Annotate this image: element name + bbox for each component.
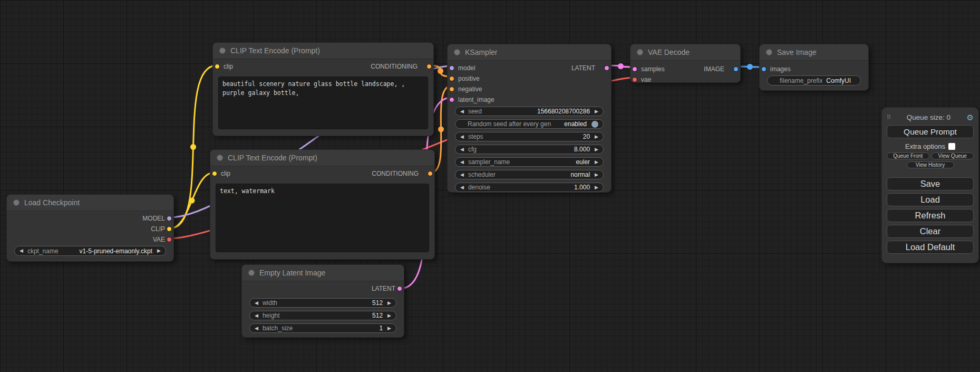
latent-port[interactable] [632, 66, 637, 72]
input-positive: positive [448, 73, 611, 84]
stepper-left-icon[interactable]: ◀ [460, 185, 464, 190]
model-port[interactable] [167, 216, 172, 221]
collapse-dot-icon[interactable] [217, 155, 223, 161]
node-load-checkpoint[interactable]: Load Checkpoint MODEL CLIP VAE ◀ ckpt_na… [6, 194, 174, 262]
port-label: CONDITIONING [372, 170, 419, 177]
conditioning-port[interactable] [428, 171, 433, 176]
port-label: vae [641, 76, 651, 83]
widget-steps[interactable]: ◀ steps 20 ▶ [455, 132, 604, 141]
save-button[interactable]: Save [887, 177, 974, 190]
stepper-right-icon[interactable]: ▶ [595, 147, 598, 152]
stepper-left-icon[interactable]: ◀ [255, 326, 258, 331]
widget-scheduler[interactable]: ◀ scheduler normal ▶ [455, 170, 604, 179]
node-title-bar[interactable]: Empty Latent Image [242, 265, 404, 281]
toggle-icon[interactable] [591, 121, 598, 128]
port-label: samples [641, 65, 665, 73]
model-port[interactable] [449, 65, 454, 71]
input-clip: clip CONDITIONING [213, 61, 433, 72]
image-port[interactable] [733, 66, 739, 72]
stepper-right-icon[interactable]: ▶ [157, 249, 161, 253]
widget-denoise[interactable]: ◀ denoise 1.000 ▶ [455, 183, 604, 192]
widget-batch-size[interactable]: ◀ batch_size 1 ▶ [249, 323, 396, 333]
stepper-left-icon[interactable]: ◀ [460, 147, 464, 152]
port-label: LATENT [372, 285, 395, 292]
node-save-image[interactable]: Save Image images filename_prefix ComfyU… [759, 44, 869, 91]
collapse-dot-icon[interactable] [219, 47, 226, 54]
image-port[interactable] [761, 66, 766, 72]
stepper-right-icon[interactable]: ▶ [387, 301, 391, 306]
latent-port[interactable] [397, 286, 402, 291]
widget-ckpt-name[interactable]: ◀ ckpt_name v1-5-pruned-emaonly.ckpt ▶ [14, 246, 166, 256]
widget-width[interactable]: ◀ width 512 ▶ [249, 298, 396, 308]
vae-port[interactable] [167, 237, 172, 242]
vae-port[interactable] [632, 77, 637, 82]
prompt-textarea[interactable]: beautiful scenery nature glass bottle la… [218, 77, 428, 129]
stepper-left-icon[interactable]: ◀ [460, 173, 464, 177]
node-clip-text-encode-positive[interactable]: CLIP Text Encode (Prompt) clip CONDITION… [212, 42, 434, 136]
node-title-bar[interactable]: CLIP Text Encode (Prompt) [213, 43, 433, 59]
conditioning-port[interactable] [449, 87, 454, 92]
widget-label: Random seed after every gen [468, 120, 564, 128]
collapse-dot-icon[interactable] [13, 199, 20, 206]
stepper-right-icon[interactable]: ▶ [595, 185, 598, 190]
clip-port[interactable] [212, 171, 217, 176]
latent-port[interactable] [604, 65, 609, 71]
widget-random-seed-toggle[interactable]: Random seed after every gen enabled [455, 119, 604, 129]
node-title-bar[interactable]: Save Image [760, 44, 868, 61]
stepper-left-icon[interactable]: ◀ [460, 109, 464, 114]
latent-port[interactable] [449, 97, 454, 102]
clear-button[interactable]: Clear [887, 225, 974, 238]
stepper-right-icon[interactable]: ▶ [595, 135, 598, 139]
collapse-dot-icon[interactable] [637, 49, 643, 55]
refresh-button[interactable]: Refresh [887, 209, 974, 222]
stepper-right-icon[interactable]: ▶ [387, 313, 391, 318]
node-ksampler[interactable]: KSampler model LATENT positive negative … [447, 44, 612, 193]
collapse-dot-icon[interactable] [248, 270, 255, 276]
stepper-left-icon[interactable]: ◀ [20, 249, 23, 253]
collapse-dot-icon[interactable] [766, 49, 772, 55]
node-empty-latent-image[interactable]: Empty Latent Image LATENT ◀ width 512 ▶ … [241, 264, 404, 338]
node-clip-text-encode-negative[interactable]: CLIP Text Encode (Prompt) clip CONDITION… [210, 149, 435, 260]
load-default-button[interactable]: Load Default [887, 241, 974, 254]
output-vae: VAE [7, 234, 173, 245]
stepper-right-icon[interactable]: ▶ [595, 109, 598, 114]
conditioning-port[interactable] [426, 64, 432, 69]
extra-options-checkbox[interactable] [948, 143, 955, 150]
node-title-bar[interactable]: CLIP Text Encode (Prompt) [210, 150, 434, 166]
clip-port[interactable] [215, 64, 220, 69]
widget-height[interactable]: ◀ height 512 ▶ [249, 311, 396, 320]
view-history-button[interactable]: View History [907, 161, 954, 168]
stepper-right-icon[interactable]: ▶ [595, 160, 598, 165]
widget-filename-prefix[interactable]: filename_prefix ComfyUI [767, 75, 861, 85]
node-title-bar[interactable]: KSampler [448, 44, 611, 61]
queue-front-button[interactable]: Queue Front [887, 152, 929, 159]
stepper-left-icon[interactable]: ◀ [460, 135, 464, 139]
conditioning-port[interactable] [449, 76, 454, 81]
stepper-right-icon[interactable]: ▶ [387, 326, 391, 331]
clip-port[interactable] [167, 226, 172, 232]
link-midpoint-dot [190, 144, 196, 150]
node-title-bar[interactable]: VAE Decode [630, 44, 740, 61]
node-title-bar[interactable]: Load Checkpoint [7, 195, 173, 211]
widget-seed[interactable]: ◀ seed 156680208700286 ▶ [455, 107, 604, 116]
view-queue-button[interactable]: View Queue [932, 152, 974, 159]
queue-prompt-button[interactable]: Queue Prompt [887, 125, 974, 138]
collapse-dot-icon[interactable] [454, 49, 460, 55]
stepper-left-icon[interactable]: ◀ [255, 313, 258, 318]
widget-label: ckpt_name [27, 247, 80, 255]
drag-handle-icon[interactable]: ⠿ [887, 114, 890, 121]
prompt-textarea[interactable]: text, watermark [216, 184, 429, 252]
widget-sampler-name[interactable]: ◀ sampler_name euler ▶ [455, 157, 604, 167]
stepper-right-icon[interactable]: ▶ [595, 173, 598, 177]
widget-value: 8.000 [574, 146, 590, 153]
widget-cfg[interactable]: ◀ cfg 8.000 ▶ [455, 145, 604, 154]
settings-gear-icon[interactable]: ⚙ [967, 113, 974, 121]
widget-value: 512 [372, 312, 383, 319]
stepper-left-icon[interactable]: ◀ [460, 160, 464, 165]
output-clip: CLIP [7, 224, 173, 234]
stepper-left-icon[interactable]: ◀ [255, 301, 258, 306]
node-vae-decode[interactable]: VAE Decode samples IMAGE vae [630, 44, 741, 83]
port-label: MODEL [142, 215, 165, 222]
widget-value: 1.000 [574, 184, 590, 191]
load-button[interactable]: Load [887, 193, 974, 206]
